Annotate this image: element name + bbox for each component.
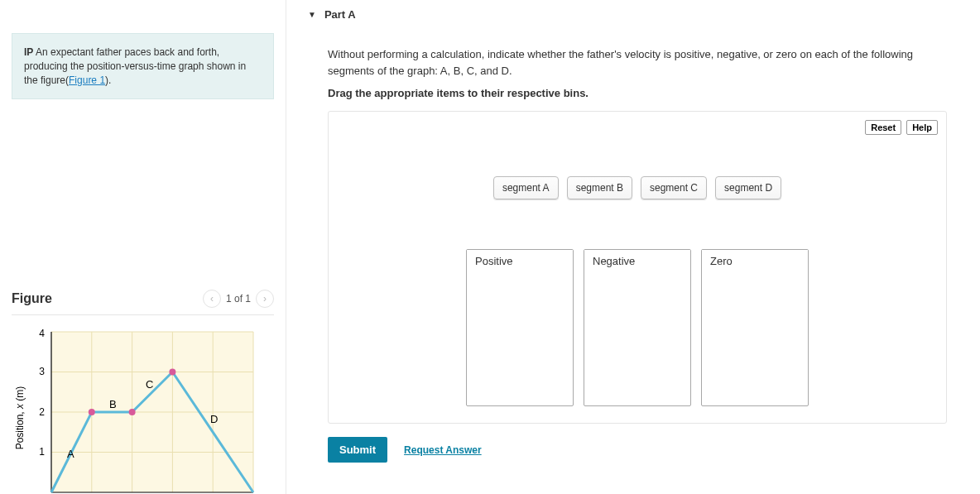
help-button[interactable]: Help — [906, 120, 938, 135]
svg-text:D: D — [210, 413, 218, 425]
bin-negative[interactable]: Negative — [584, 249, 691, 406]
svg-text:A: A — [67, 448, 74, 460]
position-time-chart: Position, x (m) 1 2 3 4 O 1 2 3 4 5 — [12, 327, 260, 494]
bin-label-negative: Negative — [584, 250, 690, 275]
request-answer-link[interactable]: Request Answer — [404, 444, 482, 456]
part-title: Part A — [324, 8, 356, 21]
svg-text:2: 2 — [39, 406, 45, 418]
figure-body: Position, x (m) 1 2 3 4 O 1 2 3 4 5 — [12, 315, 274, 494]
bin-label-positive: Positive — [467, 250, 573, 275]
svg-text:Position, x (m): Position, x (m) — [14, 386, 26, 450]
bin-zero[interactable]: Zero — [701, 249, 809, 406]
svg-text:3: 3 — [39, 366, 45, 377]
svg-text:4: 4 — [39, 328, 45, 339]
segment-d-draggable[interactable]: segment D — [715, 176, 781, 199]
submit-button[interactable]: Submit — [328, 437, 387, 463]
problem-text-2: ). — [105, 74, 111, 86]
svg-point-25 — [169, 369, 175, 376]
problem-statement: IP An expectant father paces back and fo… — [12, 33, 274, 99]
figure-pager: ‹ 1 of 1 › — [203, 290, 274, 308]
next-icon[interactable]: › — [256, 290, 274, 308]
part-header[interactable]: ▼ Part A — [303, 0, 963, 30]
segment-pool: segment A segment B segment C segment D — [337, 176, 938, 199]
bin-row: Positive Negative Zero — [337, 249, 938, 406]
figure-header: Figure ‹ 1 of 1 › — [12, 290, 274, 315]
reset-button[interactable]: Reset — [865, 120, 901, 135]
segment-c-draggable[interactable]: segment C — [641, 176, 707, 199]
figure-title: Figure — [12, 291, 52, 306]
svg-text:C: C — [146, 378, 153, 391]
caret-down-icon: ▼ — [308, 10, 316, 19]
pager-text: 1 of 1 — [226, 293, 251, 305]
segment-a-draggable[interactable]: segment A — [493, 176, 559, 199]
bin-label-zero: Zero — [702, 250, 808, 275]
answer-area: Reset Help segment A segment B segment C… — [328, 111, 947, 424]
bin-positive[interactable]: Positive — [466, 249, 574, 406]
part-instruct: Drag the appropriate items to their resp… — [328, 87, 947, 99]
svg-text:1: 1 — [39, 446, 45, 458]
figure-link[interactable]: Figure 1 — [69, 74, 105, 86]
segment-b-draggable[interactable]: segment B — [567, 176, 632, 199]
svg-text:B: B — [109, 398, 117, 410]
ip-prefix: IP — [24, 46, 33, 58]
part-prompt: Without performing a calculation, indica… — [328, 46, 947, 79]
svg-point-23 — [89, 409, 95, 415]
svg-point-24 — [129, 409, 136, 415]
problem-text-1: An expectant father paces back and forth… — [24, 46, 246, 86]
prev-icon[interactable]: ‹ — [203, 290, 221, 308]
